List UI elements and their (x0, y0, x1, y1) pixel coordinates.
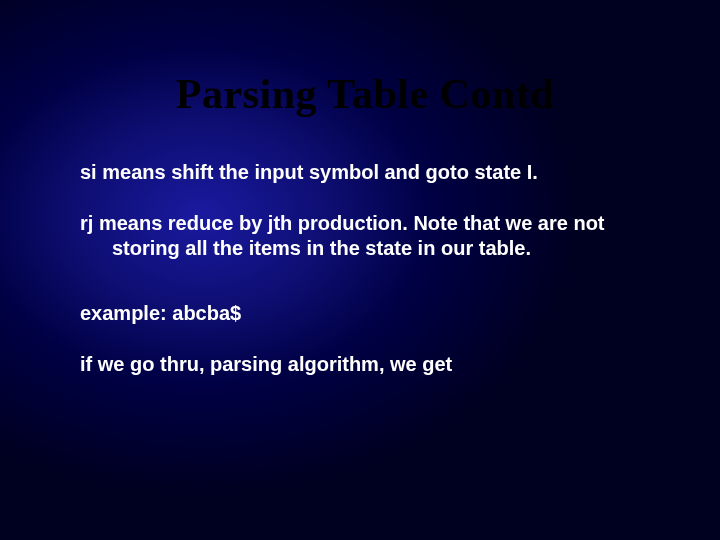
paragraph-algorithm-note: if we go thru, parsing algorithm, we get (80, 352, 640, 377)
paragraph-example: example: abcba$ (80, 301, 640, 326)
paragraph-shift-meaning: si means shift the input symbol and goto… (80, 160, 640, 185)
slide-title: Parsing Table Contd (80, 70, 650, 118)
paragraph-reduce-meaning: rj means reduce by jth production. Note … (80, 211, 650, 261)
slide: Parsing Table Contd si means shift the i… (0, 0, 720, 540)
